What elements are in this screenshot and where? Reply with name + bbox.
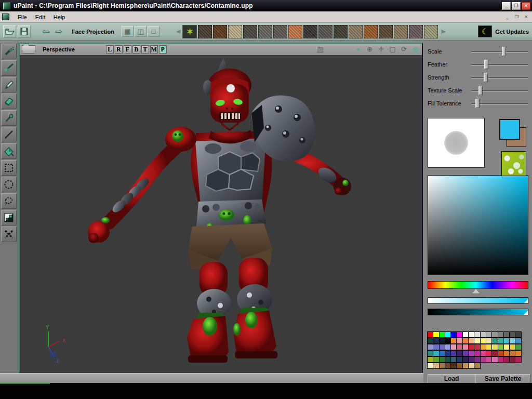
light-icon[interactable]: ◍: [411, 45, 420, 54]
shaded-sphere-icon[interactable]: ●: [354, 45, 363, 54]
slider-thumb[interactable]: [484, 73, 488, 82]
viewport-menu-folder-icon[interactable]: [22, 45, 35, 54]
wireframe-cube-icon[interactable]: ▧: [317, 45, 324, 54]
paint-splat-swatch[interactable]: ✶: [182, 25, 197, 38]
brush-preview[interactable]: [428, 118, 485, 168]
slider-texture-scale: Texture Scale: [428, 84, 529, 97]
rotate-icon[interactable]: ⟳: [400, 45, 408, 54]
line-tool[interactable]: [1, 127, 17, 142]
view-button-f[interactable]: F: [124, 45, 131, 54]
zoom-icon[interactable]: ⊕: [365, 45, 374, 54]
palette-cell-r6-c9[interactable]: [474, 363, 480, 369]
view-button-b[interactable]: B: [132, 45, 140, 54]
texture-swatch-1[interactable]: [198, 25, 212, 38]
deselect-tool[interactable]: [1, 227, 17, 242]
viewport-canvas[interactable]: Y x z: [20, 55, 422, 372]
layout-button-3[interactable]: □: [148, 26, 159, 37]
texture-swatch-15[interactable]: [409, 25, 423, 38]
value-bar[interactable]: [428, 309, 528, 315]
palette-cell-r4-c16[interactable]: [515, 350, 521, 356]
back-button[interactable]: ⇦: [39, 26, 52, 37]
palette-cell-r5-c16[interactable]: [515, 356, 521, 363]
menu-file[interactable]: File: [14, 13, 31, 21]
view-button-p[interactable]: P: [159, 45, 167, 54]
hue-bar[interactable]: [428, 281, 528, 289]
axis-y-label: Y: [46, 325, 49, 330]
save-palette-button[interactable]: Save Palette: [475, 374, 530, 383]
texture-scroll-right-button[interactable]: ▶: [439, 28, 447, 35]
slider-group: ScaleFeatherStrengthTexture ScaleFill To…: [428, 45, 529, 110]
slider-thumb[interactable]: [478, 86, 483, 95]
get-updates-icon[interactable]: ☾: [478, 25, 492, 37]
slider-track[interactable]: [471, 60, 529, 69]
eraser-tool[interactable]: [1, 94, 17, 109]
restore-button[interactable]: ❐: [512, 2, 521, 10]
airbrush-tool[interactable]: [1, 44, 17, 59]
ellipse-select-tool[interactable]: [1, 177, 17, 192]
pencil-tool[interactable]: [1, 77, 17, 92]
floppy-disk-icon: [20, 28, 28, 35]
load-palette-button[interactable]: Load: [428, 374, 475, 383]
pan-icon[interactable]: ✛: [377, 45, 385, 54]
paintbrush-tool[interactable]: [1, 60, 17, 76]
mdi-minimize-button[interactable]: _: [503, 14, 511, 20]
view-button-l[interactable]: L: [106, 45, 114, 54]
axis-x-label: x: [62, 337, 65, 343]
palette-cell-r3-c16[interactable]: [515, 344, 521, 350]
current-texture-swatch[interactable]: [501, 151, 526, 176]
texture-swatch-12[interactable]: [364, 25, 378, 38]
texture-swatch-9[interactable]: [318, 25, 332, 38]
slider-thumb[interactable]: [502, 47, 506, 56]
palette-cell-r2-c16[interactable]: [515, 338, 521, 344]
view-button-m[interactable]: M: [150, 45, 158, 54]
saturation-value-picker[interactable]: [428, 175, 528, 275]
texture-swatch-7[interactable]: [288, 25, 302, 38]
frame-icon[interactable]: ▢: [388, 45, 397, 54]
toolbar: ⇦ ⇨ Face Projection ▦◫□ ◀ ✶ ▶ ☾ Get Upda…: [0, 23, 532, 41]
lasso-select-tool[interactable]: [1, 193, 17, 209]
open-button[interactable]: [3, 25, 16, 38]
menu-edit[interactable]: Edit: [31, 13, 49, 21]
get-updates-label[interactable]: Get Updates: [495, 29, 529, 35]
slider-thumb[interactable]: [475, 99, 480, 108]
layout-button-2[interactable]: ◫: [135, 26, 147, 37]
mask-tool[interactable]: [1, 210, 17, 225]
slider-thumb[interactable]: [484, 60, 488, 69]
texture-swatch-13[interactable]: [379, 25, 393, 38]
texture-swatch-6[interactable]: [273, 25, 287, 38]
minimize-button[interactable]: _: [502, 2, 511, 10]
hue-marker[interactable]: [472, 289, 480, 294]
texture-swatch-4[interactable]: [243, 25, 257, 38]
slider-track[interactable]: [471, 47, 529, 56]
mdi-restore-button[interactable]: ❐: [513, 14, 521, 20]
mdi-close-button[interactable]: ✕: [522, 14, 530, 20]
slider-track[interactable]: [471, 73, 529, 82]
texture-swatch-3[interactable]: [228, 25, 242, 38]
texture-swatch-2[interactable]: [213, 25, 227, 38]
slider-track[interactable]: [471, 86, 529, 95]
rect-select-tool[interactable]: [1, 160, 17, 176]
view-button-t[interactable]: T: [141, 45, 149, 54]
eyedropper-tool[interactable]: [1, 110, 17, 126]
slider-track[interactable]: [471, 99, 529, 108]
texture-swatch-14[interactable]: [394, 25, 408, 38]
texture-swatch-16[interactable]: [424, 25, 438, 38]
layout-button-1[interactable]: ▦: [122, 26, 134, 37]
fill-tool[interactable]: [1, 143, 17, 159]
saturation-bar[interactable]: [428, 297, 528, 304]
texture-swatch-10[interactable]: [334, 25, 348, 38]
save-button[interactable]: [18, 25, 31, 38]
forward-button[interactable]: ⇨: [52, 26, 65, 37]
texture-swatch-5[interactable]: [258, 25, 272, 38]
close-button[interactable]: ✕: [522, 2, 530, 10]
texture-swatch-11[interactable]: [349, 25, 363, 38]
texture-swatch-8[interactable]: [303, 25, 317, 38]
palette-cell-r1-c16[interactable]: [515, 331, 521, 338]
screen-bottom: [0, 383, 532, 399]
texture-scroll-left-button[interactable]: ◀: [174, 28, 182, 35]
foreground-color-swatch[interactable]: [499, 119, 520, 140]
work-area: Perspective LRFBTMP ▧ ●⊕✛▢⟳◍: [0, 41, 532, 383]
view-button-r[interactable]: R: [115, 45, 123, 54]
menu-help[interactable]: Help: [49, 13, 70, 21]
slider-label: Feather: [428, 61, 471, 68]
